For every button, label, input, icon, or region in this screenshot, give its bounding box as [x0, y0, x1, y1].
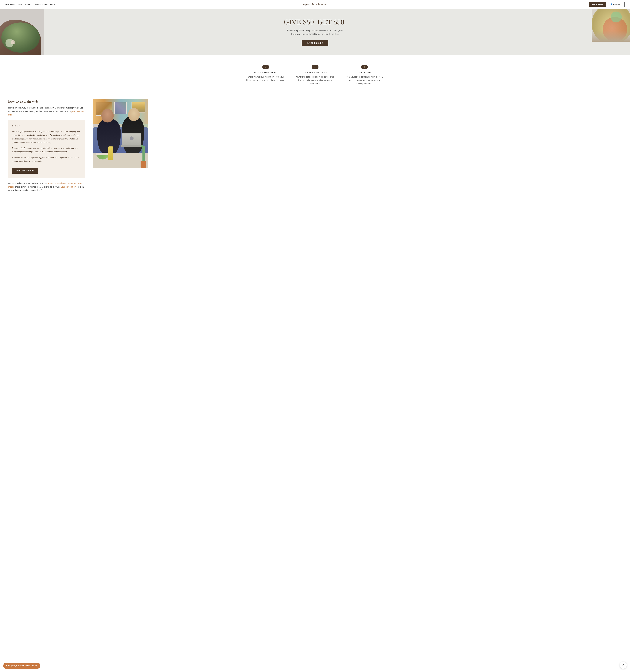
explain-right-panel	[93, 99, 148, 168]
personal-link-share[interactable]: your personal link	[61, 186, 77, 188]
steps-section: 1 GIVE $50 TO A FRIEND Share your unique…	[0, 55, 630, 94]
step-2-desc: Your friend eats delicious food, saves t…	[294, 75, 336, 86]
logo-text-before: vegetable	[302, 3, 315, 6]
hero-title: GIVE $50. GET $50.	[284, 18, 346, 26]
nav-quick-start[interactable]: QUICK-START PLANS +	[35, 4, 55, 5]
share-text: Not an email person? No problem, you can…	[8, 182, 85, 192]
hero-content: GIVE $50. GET $50. Friends help friends …	[281, 10, 349, 54]
step-3: 3 YOU GET $50 Treat yourself to somethin…	[344, 65, 385, 86]
explain-intro: Here's an easy way to tell your friends …	[8, 106, 85, 117]
hero-left-image	[0, 9, 44, 55]
step-3-desc: Treat yourself to something from the V+B…	[344, 75, 385, 86]
account-label: ACCOUNT	[613, 3, 622, 5]
get-started-button[interactable]: GET STARTED	[589, 2, 606, 6]
step-2-title: THEY PLACE AN ORDER	[294, 71, 336, 73]
nav-our-menu[interactable]: OUR MENU	[5, 4, 15, 5]
explain-photo	[93, 99, 148, 168]
email-template-box: Hi friend! I've been getting deliveries …	[8, 120, 85, 178]
step-2-badge: 2	[312, 65, 318, 69]
email-para-1: Hi friend!	[12, 124, 81, 127]
step-3-title: YOU GET $50	[344, 71, 385, 73]
account-icon: 👤	[611, 3, 613, 5]
nav-how-it-works[interactable]: HOW IT WORKS	[19, 4, 32, 5]
email-friends-button[interactable]: EMAIL MY FRIENDS	[12, 168, 38, 174]
nav-links: OUR MENU HOW IT WORKS QUICK-START PLANS …	[5, 4, 55, 5]
email-para-2: I've been getting deliveries from Vegeta…	[12, 130, 81, 144]
email-para-4: If you use my link you'll get $50 off yo…	[12, 156, 81, 163]
explain-section: how to explain v+b Here's an easy way to…	[0, 94, 630, 200]
logo-plus: +	[316, 3, 317, 6]
step-2: 2 THEY PLACE AN ORDER Your friend eats d…	[294, 65, 336, 86]
step-1-desc: Share your unique referral link with you…	[245, 75, 286, 82]
email-para-3: It's super simple: choose your meals, wh…	[12, 146, 81, 153]
logo-text-after: butcher	[318, 3, 328, 6]
hero-subtitle: Friends help friends stay healthy, save …	[284, 29, 346, 36]
step-1: 1 GIVE $50 TO A FRIEND Share your unique…	[245, 65, 286, 86]
navigation: OUR MENU HOW IT WORKS QUICK-START PLANS …	[0, 0, 630, 9]
invite-friends-button[interactable]: INVITE FRIENDS	[301, 40, 329, 46]
hero-right-image	[592, 9, 630, 42]
explain-left-panel: how to explain v+b Here's an easy way to…	[8, 99, 85, 192]
explain-title: how to explain v+b	[8, 99, 85, 103]
share-facebook-link[interactable]: share via Facebook	[48, 182, 66, 185]
step-1-badge: 1	[262, 65, 269, 69]
step-1-title: GIVE $50 TO A FRIEND	[245, 71, 286, 73]
hero-section: GIVE $50. GET $50. Friends help friends …	[0, 9, 630, 55]
site-logo[interactable]: vegetable + butcher	[302, 3, 328, 6]
nav-actions: GET STARTED 👤 ACCOUNT	[589, 2, 625, 7]
step-3-badge: 3	[361, 65, 368, 69]
account-button[interactable]: 👤 ACCOUNT	[608, 2, 625, 7]
